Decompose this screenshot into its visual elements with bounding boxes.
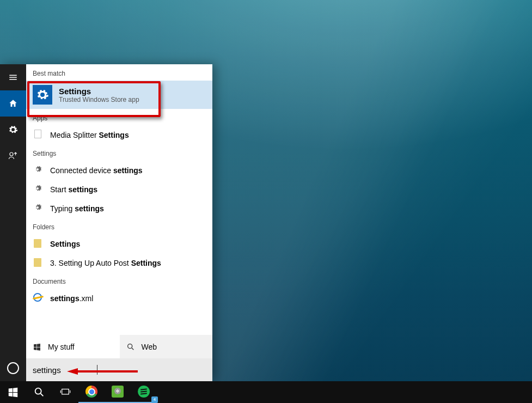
search-input[interactable] — [33, 365, 98, 375]
gear-icon — [33, 203, 42, 213]
app-result[interactable]: Media Splitter Settings — [26, 125, 212, 144]
folder-icon — [33, 239, 42, 249]
ie-icon — [33, 293, 42, 303]
section-best-match: Best match — [26, 64, 212, 81]
app-result-label: Media Splitter Settings — [50, 131, 129, 139]
taskbar-app-evernote[interactable] — [105, 381, 131, 403]
windows-logo-icon — [33, 343, 41, 351]
folder-result-label: 3. Setting Up Auto Post Settings — [50, 259, 161, 267]
start-button[interactable] — [0, 381, 26, 403]
document-result[interactable]: settings.xml — [26, 289, 212, 308]
best-match-result[interactable]: Settings Trusted Windows Store app — [26, 81, 212, 109]
home-icon[interactable] — [0, 90, 26, 117]
taskbar-app-chrome[interactable] — [78, 381, 105, 403]
search-input-row — [26, 358, 212, 381]
settings-result[interactable]: Typing settings — [26, 199, 212, 218]
task-view-icon — [59, 386, 71, 398]
taskbar-app-spotify[interactable]: 4 — [131, 381, 157, 403]
tab-my-stuff-label: My stuff — [48, 343, 75, 351]
tab-web[interactable]: Web — [119, 335, 213, 358]
settings-app-icon — [33, 85, 52, 105]
tab-web-label: Web — [142, 343, 157, 351]
section-apps: Apps — [26, 109, 212, 125]
best-match-subtitle: Trusted Windows Store app — [59, 96, 139, 103]
svg-point-0 — [127, 344, 132, 348]
svg-point-1 — [35, 388, 41, 394]
search-results-body: Best match Settings Trusted Windows Stor… — [26, 64, 212, 381]
windows-logo-icon — [7, 386, 19, 398]
folder-icon — [33, 258, 42, 268]
section-settings: Settings — [26, 144, 212, 161]
cortana-circle-icon[interactable] — [0, 355, 26, 381]
settings-result-label: Connected device settings — [50, 166, 143, 175]
best-match-title: Settings — [59, 87, 139, 96]
start-search-panel: Best match Settings Trusted Windows Stor… — [0, 64, 212, 381]
folder-result-label: Settings — [50, 240, 80, 248]
gear-icon — [33, 184, 42, 194]
evernote-icon — [112, 386, 124, 398]
settings-result-label: Start settings — [50, 185, 97, 194]
section-folders: Folders — [26, 218, 212, 234]
text-caret — [97, 365, 97, 375]
folder-result[interactable]: Settings — [26, 234, 212, 253]
settings-result-label: Typing settings — [50, 204, 104, 213]
search-scope-tabs: My stuff Web — [26, 334, 212, 358]
tab-my-stuff[interactable]: My stuff — [26, 335, 119, 358]
spotify-badge: 4 — [151, 396, 158, 403]
folder-result[interactable]: 3. Setting Up Auto Post Settings — [26, 253, 212, 272]
search-icon — [126, 343, 135, 351]
feedback-icon[interactable] — [0, 143, 26, 169]
file-icon — [33, 130, 42, 140]
hamburger-icon[interactable] — [0, 64, 26, 90]
svg-rect-2 — [62, 389, 69, 394]
gear-icon — [33, 165, 42, 175]
task-view-button[interactable] — [52, 381, 78, 403]
taskbar-search-button[interactable] — [26, 381, 52, 403]
start-rail — [0, 64, 26, 381]
section-documents: Documents — [26, 272, 212, 289]
search-icon — [33, 386, 45, 398]
document-result-label: settings.xml — [50, 294, 93, 303]
settings-result[interactable]: Start settings — [26, 180, 212, 199]
spotify-icon — [138, 386, 150, 398]
settings-result[interactable]: Connected device settings — [26, 161, 212, 180]
chrome-icon — [85, 386, 97, 398]
settings-gear-icon[interactable] — [0, 117, 26, 143]
taskbar: 4 — [0, 381, 532, 403]
